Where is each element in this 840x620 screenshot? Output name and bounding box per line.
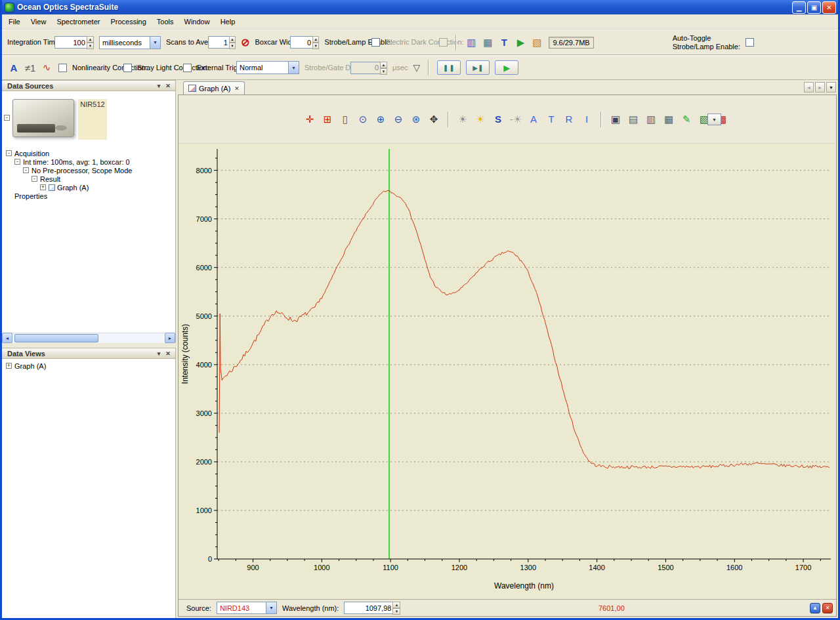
scrollbar-track[interactable] — [12, 333, 165, 343]
maximize-button[interactable]: ▣ — [807, 1, 821, 14]
spin-down-icon[interactable]: ▼ — [312, 43, 319, 49]
chart-area[interactable]: 9001000110012001300140015001600170001000… — [178, 144, 836, 599]
combo-dropdown-icon[interactable]: ▼ — [266, 602, 276, 613]
spectrometer-image[interactable] — [12, 99, 74, 137]
menu-item-file[interactable]: File — [3, 16, 26, 28]
stop-averaging-icon[interactable]: ⊘ — [241, 37, 249, 48]
close-panel-icon[interactable]: ✕ — [163, 83, 173, 89]
graph-close-button[interactable]: ✕ — [822, 603, 833, 613]
spin-up-icon[interactable]: ▲ — [392, 602, 400, 608]
export-data-icon[interactable]: ▶ — [514, 36, 527, 49]
tab-scroll-left-button[interactable]: ◄ — [804, 82, 814, 93]
nonlinearity-wave-icon[interactable]: ∿ — [40, 61, 53, 74]
tab-list-button[interactable]: ▼ — [826, 82, 836, 93]
menu-item-window[interactable]: Window — [179, 16, 215, 28]
tree-item[interactable]: -Acquisition — [2, 149, 175, 157]
spectrum-chart[interactable]: 9001000110012001300140015001600170001000… — [178, 144, 836, 599]
zoom-full-icon[interactable]: ⊙ — [356, 113, 369, 126]
tree-item-label[interactable]: Int time: 100ms, avg: 1, boxcar: 0 — [23, 158, 130, 166]
single-acquisition-button[interactable]: ▶❚ — [466, 60, 490, 75]
tab-close-icon[interactable]: ✕ — [234, 85, 240, 92]
menu-item-help[interactable]: Help — [215, 16, 241, 28]
menu-item-processing[interactable]: Processing — [105, 16, 151, 28]
save-graph-icon[interactable]: ▣ — [609, 113, 622, 126]
combo-dropdown-icon[interactable]: ▼ — [150, 37, 160, 49]
menu-item-view[interactable]: View — [26, 16, 52, 28]
tree-expander[interactable]: + — [40, 184, 46, 190]
data-sources-scrollbar[interactable]: ◄ ► — [2, 333, 176, 343]
tree-item[interactable]: -Result — [2, 175, 175, 183]
tree-item[interactable]: +Graph (A) — [2, 362, 175, 370]
copy-data-icon[interactable]: ▦ — [662, 113, 675, 126]
panel-toggle-button[interactable]: ▲ — [810, 603, 820, 613]
chart-gallery-icon[interactable]: ▧ — [530, 36, 543, 49]
tree-item-label[interactable]: Properties — [14, 192, 47, 200]
play-button[interactable]: ▶ — [495, 60, 518, 75]
tree-item[interactable]: +Graph (A) — [2, 183, 175, 192]
integration-units-combo[interactable]: milliseconds ▼ — [99, 36, 161, 49]
stray-light-checkbox[interactable] — [123, 64, 132, 72]
transmission-mode-icon[interactable]: T — [545, 113, 558, 126]
line-chart-icon[interactable]: ▥ — [465, 36, 478, 49]
vertical-cursor-icon[interactable]: ▯ — [339, 113, 352, 126]
absorbance-icon[interactable]: A — [7, 61, 20, 74]
tree-item-label[interactable]: Result — [40, 175, 60, 183]
spin-up-icon[interactable]: ▲ — [87, 36, 94, 43]
pin-panel-icon[interactable]: ▾ — [154, 83, 163, 89]
boxcar-width-input[interactable] — [290, 36, 312, 49]
not-equal-one-icon[interactable]: ≠1 — [24, 61, 37, 74]
intensity-mode-icon[interactable]: I — [580, 113, 593, 126]
zoom-out-icon[interactable]: ⊖ — [392, 113, 405, 126]
pin-panel-icon[interactable]: ▾ — [154, 350, 163, 357]
scope-mode-icon[interactable]: S — [492, 113, 505, 126]
zoom-region-icon[interactable]: ⊛ — [410, 113, 423, 126]
auto-toggle-checkbox[interactable] — [746, 38, 754, 47]
filter-icon[interactable]: ▽ — [413, 62, 420, 73]
external-trigger-checkbox[interactable] — [183, 64, 192, 72]
tree-expander[interactable]: - — [14, 159, 20, 165]
tree-item-label[interactable]: Graph (A) — [57, 184, 89, 192]
lamp-on-icon[interactable]: ☀ — [474, 113, 487, 126]
copy-graph-icon[interactable]: ▥ — [644, 113, 658, 126]
spin-down-icon[interactable]: ▼ — [87, 43, 94, 49]
crosshair-cursor-icon[interactable]: ✛ — [303, 113, 316, 126]
tree-item[interactable]: -No Pre-processor, Scope Mode — [2, 166, 175, 175]
close-panel-icon[interactable]: ✕ — [163, 350, 173, 357]
lamp-off-icon[interactable]: ☀ — [456, 113, 469, 126]
device-node-expander[interactable]: - — [4, 115, 10, 121]
menu-item-tools[interactable]: Tools — [152, 16, 179, 28]
scroll-right-button[interactable]: ► — [165, 333, 175, 343]
tree-item[interactable]: Properties — [2, 192, 175, 200]
tab-graph-a[interactable]: Graph (A) ✕ — [183, 81, 245, 94]
graph-options-dropdown[interactable]: ▼ — [707, 114, 721, 125]
pan-icon[interactable]: ✥ — [427, 113, 440, 126]
reflection-mode-icon[interactable]: R — [562, 113, 576, 126]
spin-down-icon[interactable]: ▼ — [229, 43, 236, 49]
menu-item-spectrometer[interactable]: Spectrometer — [51, 16, 105, 28]
scans-average-input[interactable] — [208, 36, 229, 49]
strobe-lamp-enable-checkbox[interactable] — [371, 38, 380, 47]
trigger-mode-combo[interactable]: Normal ▼ — [236, 61, 299, 74]
combo-dropdown-icon[interactable]: ▼ — [288, 62, 299, 73]
table-view-icon[interactable]: ▦ — [481, 36, 494, 49]
tree-expander[interactable]: - — [32, 176, 37, 182]
annotate-icon[interactable]: ✎ — [680, 113, 693, 126]
tree-item[interactable]: -Int time: 100ms, avg: 1, boxcar: 0 — [2, 157, 175, 166]
spin-up-icon[interactable]: ▲ — [312, 36, 319, 43]
tree-item-label[interactable]: Acquisition — [14, 150, 49, 157]
text-view-icon[interactable]: T — [497, 36, 511, 49]
nonlinearity-checkbox[interactable] — [58, 64, 67, 72]
tree-expander[interactable]: + — [6, 363, 12, 369]
spin-down-icon[interactable]: ▼ — [392, 608, 400, 615]
strobe-disabled-icon[interactable]: -☀ — [509, 113, 522, 126]
close-button[interactable]: ✕ — [822, 1, 836, 14]
print-graph-icon[interactable]: ▤ — [627, 113, 640, 126]
tree-item-label[interactable]: No Pre-processor, Scope Mode — [32, 167, 132, 175]
spin-up-icon[interactable]: ▲ — [229, 36, 236, 43]
zoom-in-icon[interactable]: ⊕ — [374, 113, 387, 126]
zoom-window-icon[interactable]: ⊞ — [321, 113, 334, 126]
pause-button[interactable]: ❚❚ — [437, 60, 461, 75]
tree-expander[interactable]: - — [23, 167, 29, 173]
tree-expander[interactable]: - — [6, 150, 12, 156]
minimize-button[interactable]: ▁ — [792, 1, 806, 14]
